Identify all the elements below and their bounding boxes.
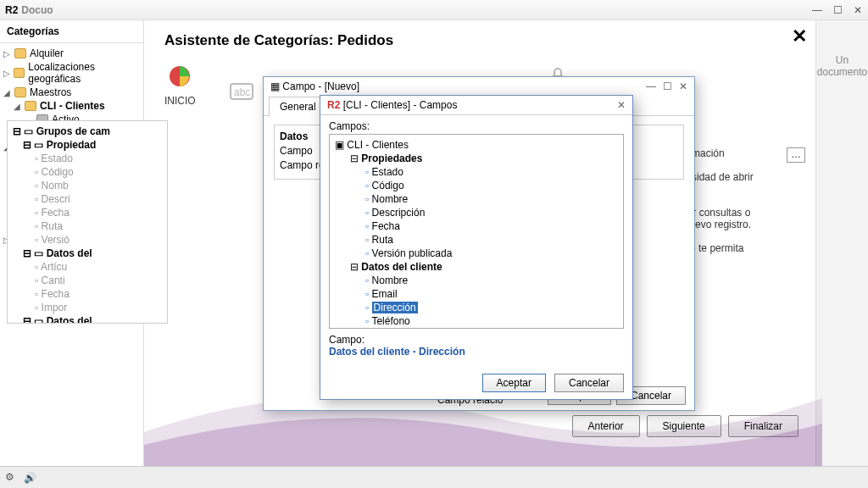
- tree-node[interactable]: ▫ Nombre: [335, 274, 618, 287]
- dlg2-ok-button[interactable]: Aceptar: [482, 374, 546, 392]
- node-label: Descripción: [372, 207, 426, 219]
- field-icon: ▫: [365, 166, 369, 178]
- node-label: Nombre: [372, 274, 409, 286]
- step-2[interactable]: abc: [226, 76, 257, 107]
- tree-node[interactable]: ▫ Persona de contacto: [335, 328, 618, 329]
- dlg2-window-controls: ✕: [617, 99, 626, 111]
- field-icon: ▫: [365, 302, 369, 313]
- dialog-close[interactable]: ✕: [679, 80, 687, 92]
- svg-text:abc: abc: [234, 86, 250, 98]
- field-icon: ▫: [365, 234, 369, 246]
- node-label: Ruta: [372, 234, 393, 246]
- tree-node[interactable]: ▫ Nombre: [335, 192, 618, 206]
- tree-node[interactable]: ▫ Versión publicada: [335, 247, 618, 260]
- dialog-minimize[interactable]: —: [646, 80, 656, 92]
- right-doc-label: Un documento: [816, 54, 868, 78]
- node-label: Datos del cliente: [361, 261, 442, 273]
- dialog-window-controls: — ☐ ✕: [646, 80, 687, 92]
- sidebar-title: Categorías: [0, 20, 143, 43]
- dlg2-cancel-button[interactable]: Cancelar: [554, 374, 624, 392]
- sidebar-item[interactable]: ◢Maestros: [2, 86, 142, 99]
- campo-label: Campo:: [329, 334, 624, 346]
- tree-node[interactable]: ▫ Descripción: [335, 206, 618, 219]
- pie-icon: [164, 61, 195, 92]
- field-icon: ▫: [365, 180, 369, 191]
- campos-label: Campos:: [329, 120, 624, 132]
- wizard-close-icon[interactable]: ✕: [792, 25, 807, 47]
- selected-campo: Campo: Datos del cliente - Dirección: [329, 334, 624, 358]
- close-button[interactable]: ✕: [848, 2, 868, 19]
- tree-node[interactable]: ▣ CLI - Clientes: [335, 138, 618, 152]
- dlg2-footer: Aceptar Cancelar: [482, 374, 624, 392]
- tab-general[interactable]: General: [269, 97, 327, 116]
- next-button[interactable]: Siguiente: [647, 415, 721, 437]
- dlg2-title: [CLI - Clientes] - Campos: [343, 99, 458, 111]
- dialog-maximize[interactable]: ☐: [663, 80, 672, 92]
- tree-node[interactable]: ▫ Fecha: [335, 219, 618, 233]
- sidebar-item[interactable]: ◢CLI - Clientes: [2, 99, 142, 113]
- node-label: Estado: [372, 166, 403, 178]
- tree-node[interactable]: ▫ Teléfono: [335, 314, 618, 328]
- step-inicio[interactable]: INICIO: [164, 61, 196, 107]
- statusbar: ⚙ 🔊: [0, 466, 868, 488]
- dlg2-prefix: R2: [327, 99, 340, 111]
- tree-label: CLI - Clientes: [40, 100, 105, 112]
- tree-node[interactable]: ▫ Estado: [335, 165, 618, 179]
- field-icon: ▫: [365, 315, 369, 327]
- abc-icon: abc: [226, 76, 257, 107]
- tree-node[interactable]: ▫ Código: [335, 179, 618, 192]
- tree-node[interactable]: ⊟ Propiedades: [335, 152, 618, 165]
- dialog-titlebar: ▦ Campo - [Nuevo] — ☐ ✕: [264, 77, 694, 96]
- gear-icon[interactable]: ⚙: [5, 471, 19, 485]
- maximize-button[interactable]: ☐: [827, 2, 848, 19]
- fields-groups-tree[interactable]: ⊟ ▭ Grupos de cam⊟ ▭ Propiedad▫ Estado▫ …: [7, 120, 168, 324]
- logo-docuo: Docuo: [21, 4, 53, 16]
- node-label: Código: [372, 180, 404, 191]
- dialog-title: Campo - [Nuevo]: [282, 80, 359, 92]
- browse-button[interactable]: …: [787, 147, 805, 163]
- wizard-buttons: Anterior Siguiente Finalizar: [572, 415, 798, 437]
- tree-label: Maestros: [30, 86, 71, 98]
- tree-node[interactable]: ▫ Dirección: [335, 301, 618, 314]
- sidebar-item[interactable]: ▷Alquiler: [2, 47, 142, 60]
- dialog-icon: ▦: [270, 80, 280, 92]
- folder-icon: [14, 68, 25, 78]
- campo-value: Datos del cliente - Dirección: [329, 346, 624, 358]
- tree-node[interactable]: ⊟ Datos del cliente: [335, 260, 618, 274]
- campos-tree[interactable]: ▣ CLI - Clientes⊟ Propiedades▫ Estado▫ C…: [329, 134, 624, 329]
- tree-node[interactable]: ▫ Email: [335, 287, 618, 301]
- tree-label: Alquiler: [30, 47, 64, 59]
- node-label: CLI - Clientes: [347, 139, 409, 151]
- field-icon: ▫: [365, 247, 369, 259]
- field-icon: ▫: [365, 220, 369, 232]
- app-logo: R2 Docuo: [0, 4, 58, 16]
- finish-button[interactable]: Finalizar: [728, 415, 798, 437]
- tree-label: Localizaciones geográficas: [28, 61, 140, 85]
- titlebar: R2 Docuo — ☐ ✕: [0, 0, 868, 20]
- window-controls: — ☐ ✕: [807, 2, 868, 19]
- tree-node[interactable]: ▫ Ruta: [335, 233, 618, 247]
- field-icon: ▫: [365, 193, 369, 205]
- folder-icon: [14, 87, 26, 97]
- node-label: Propiedades: [361, 152, 422, 164]
- folder-icon: [14, 48, 26, 58]
- minimize-button[interactable]: —: [807, 2, 827, 19]
- prev-button[interactable]: Anterior: [572, 415, 640, 437]
- tree-toggle-icon[interactable]: ▣: [335, 139, 344, 151]
- dlg2-close-icon[interactable]: ✕: [617, 99, 626, 111]
- node-label: Versión publicada: [372, 247, 453, 259]
- wizard-title: Asistente de Categorías: Pedidos: [144, 20, 815, 61]
- logo-r2: R2: [5, 4, 18, 16]
- node-label: Dirección: [372, 302, 418, 313]
- tree-toggle-icon[interactable]: ⊟: [350, 261, 359, 273]
- dlg2-body: Campos: ▣ CLI - Clientes⊟ Propiedades▫ E…: [320, 115, 632, 363]
- node-label: Teléfono: [371, 315, 409, 327]
- sidebar-item[interactable]: ▷Localizaciones geográficas: [2, 60, 142, 86]
- dlg2-titlebar: R2 [CLI - Clientes] - Campos ✕: [320, 96, 632, 115]
- field-icon: ▫: [365, 274, 369, 286]
- node-label: Email: [372, 288, 398, 300]
- field-icon: ▫: [365, 288, 369, 300]
- right-panel: Un documento: [815, 20, 868, 466]
- tree-toggle-icon[interactable]: ⊟: [350, 152, 359, 164]
- volume-icon[interactable]: 🔊: [24, 472, 36, 484]
